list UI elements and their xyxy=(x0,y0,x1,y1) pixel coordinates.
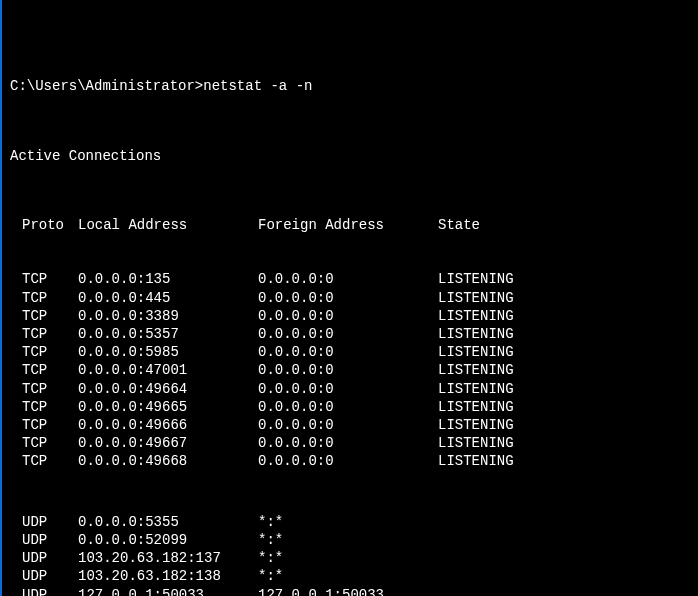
cell-foreign: *:* xyxy=(258,531,438,549)
header-foreign: Foreign Address xyxy=(258,216,438,234)
cell-state xyxy=(438,567,690,585)
cell-local: 0.0.0.0:135 xyxy=(78,270,258,288)
cell-local: 0.0.0.0:3389 xyxy=(78,307,258,325)
cell-proto: TCP xyxy=(22,289,78,307)
table-row: TCP0.0.0.0:496670.0.0.0:0LISTENING xyxy=(10,434,690,452)
table-row: UDP103.20.63.182:138*:* xyxy=(10,567,690,585)
cell-proto: TCP xyxy=(22,270,78,288)
cell-state: LISTENING xyxy=(438,289,690,307)
cell-state: LISTENING xyxy=(438,307,690,325)
header-local: Local Address xyxy=(78,216,258,234)
cell-state: LISTENING xyxy=(438,416,690,434)
cell-local: 0.0.0.0:5985 xyxy=(78,343,258,361)
cell-proto: TCP xyxy=(22,307,78,325)
table-row: UDP0.0.0.0:52099*:* xyxy=(10,531,690,549)
cell-foreign: 0.0.0.0:0 xyxy=(258,452,438,470)
udp-rows: UDP0.0.0.0:5355*:*UDP0.0.0.0:52099*:*UDP… xyxy=(10,513,690,596)
cell-proto: TCP xyxy=(22,325,78,343)
cell-foreign: 0.0.0.0:0 xyxy=(258,307,438,325)
command-text: netstat -a -n xyxy=(203,78,312,94)
table-header: Proto Local Address Foreign Address Stat… xyxy=(10,216,690,234)
cell-local: 0.0.0.0:52099 xyxy=(78,531,258,549)
header-proto: Proto xyxy=(22,216,78,234)
cell-foreign: 127.0.0.1:50033 xyxy=(258,586,438,596)
cell-proto: UDP xyxy=(22,549,78,567)
cell-state xyxy=(438,513,690,531)
cell-foreign: 0.0.0.0:0 xyxy=(258,416,438,434)
cell-local: 103.20.63.182:137 xyxy=(78,549,258,567)
cell-proto: TCP xyxy=(22,380,78,398)
cell-state: LISTENING xyxy=(438,343,690,361)
cell-state: LISTENING xyxy=(438,452,690,470)
table-row: TCP0.0.0.0:496640.0.0.0:0LISTENING xyxy=(10,380,690,398)
table-row: TCP0.0.0.0:496650.0.0.0:0LISTENING xyxy=(10,398,690,416)
table-row: TCP0.0.0.0:59850.0.0.0:0LISTENING xyxy=(10,343,690,361)
cell-local: 0.0.0.0:5357 xyxy=(78,325,258,343)
cell-foreign: *:* xyxy=(258,513,438,531)
cell-state xyxy=(438,549,690,567)
prompt-line-1: C:\Users\Administrator>netstat -a -n xyxy=(10,77,690,95)
table-row: UDP0.0.0.0:5355*:* xyxy=(10,513,690,531)
table-row: TCP0.0.0.0:53570.0.0.0:0LISTENING xyxy=(10,325,690,343)
cell-state: LISTENING xyxy=(438,434,690,452)
cell-local: 0.0.0.0:49665 xyxy=(78,398,258,416)
spacer xyxy=(10,489,690,495)
cell-foreign: 0.0.0.0:0 xyxy=(258,398,438,416)
header-state: State xyxy=(438,216,690,234)
cell-state: LISTENING xyxy=(438,270,690,288)
table-row: TCP0.0.0.0:1350.0.0.0:0LISTENING xyxy=(10,270,690,288)
cell-state: LISTENING xyxy=(438,361,690,379)
cell-local: 127.0.0.1:50033 xyxy=(78,586,258,596)
cell-foreign: 0.0.0.0:0 xyxy=(258,343,438,361)
table-row: UDP103.20.63.182:137*:* xyxy=(10,549,690,567)
table-row: TCP0.0.0.0:496660.0.0.0:0LISTENING xyxy=(10,416,690,434)
cell-local: 0.0.0.0:5355 xyxy=(78,513,258,531)
prompt-path: C:\Users\Administrator> xyxy=(10,78,203,94)
cell-foreign: 0.0.0.0:0 xyxy=(258,289,438,307)
cell-state: LISTENING xyxy=(438,380,690,398)
cell-local: 0.0.0.0:49664 xyxy=(78,380,258,398)
cell-local: 0.0.0.0:445 xyxy=(78,289,258,307)
cell-local: 103.20.63.182:138 xyxy=(78,567,258,585)
cell-local: 0.0.0.0:47001 xyxy=(78,361,258,379)
table-row: TCP0.0.0.0:470010.0.0.0:0LISTENING xyxy=(10,361,690,379)
cell-foreign: *:* xyxy=(258,549,438,567)
cell-foreign: 0.0.0.0:0 xyxy=(258,434,438,452)
table-row: TCP0.0.0.0:4450.0.0.0:0LISTENING xyxy=(10,289,690,307)
table-row: TCP0.0.0.0:33890.0.0.0:0LISTENING xyxy=(10,307,690,325)
cell-proto: TCP xyxy=(22,434,78,452)
cell-proto: UDP xyxy=(22,567,78,585)
cell-proto: UDP xyxy=(22,586,78,596)
section-title: Active Connections xyxy=(10,147,690,165)
cell-state xyxy=(438,586,690,596)
tcp-rows: TCP0.0.0.0:1350.0.0.0:0LISTENINGTCP0.0.0… xyxy=(10,270,690,470)
cell-foreign: *:* xyxy=(258,567,438,585)
cell-proto: TCP xyxy=(22,361,78,379)
cell-proto: TCP xyxy=(22,416,78,434)
table-row: UDP127.0.0.1:50033127.0.0.1:50033 xyxy=(10,586,690,596)
cell-proto: TCP xyxy=(22,343,78,361)
cell-proto: TCP xyxy=(22,398,78,416)
cell-state: LISTENING xyxy=(438,398,690,416)
cell-local: 0.0.0.0:49668 xyxy=(78,452,258,470)
cell-foreign: 0.0.0.0:0 xyxy=(258,380,438,398)
cell-foreign: 0.0.0.0:0 xyxy=(258,361,438,379)
cell-local: 0.0.0.0:49667 xyxy=(78,434,258,452)
cell-proto: UDP xyxy=(22,531,78,549)
table-row: TCP0.0.0.0:496680.0.0.0:0LISTENING xyxy=(10,452,690,470)
cell-foreign: 0.0.0.0:0 xyxy=(258,270,438,288)
cell-state xyxy=(438,531,690,549)
cell-proto: UDP xyxy=(22,513,78,531)
cell-foreign: 0.0.0.0:0 xyxy=(258,325,438,343)
cell-proto: TCP xyxy=(22,452,78,470)
cell-state: LISTENING xyxy=(438,325,690,343)
cell-local: 0.0.0.0:49666 xyxy=(78,416,258,434)
